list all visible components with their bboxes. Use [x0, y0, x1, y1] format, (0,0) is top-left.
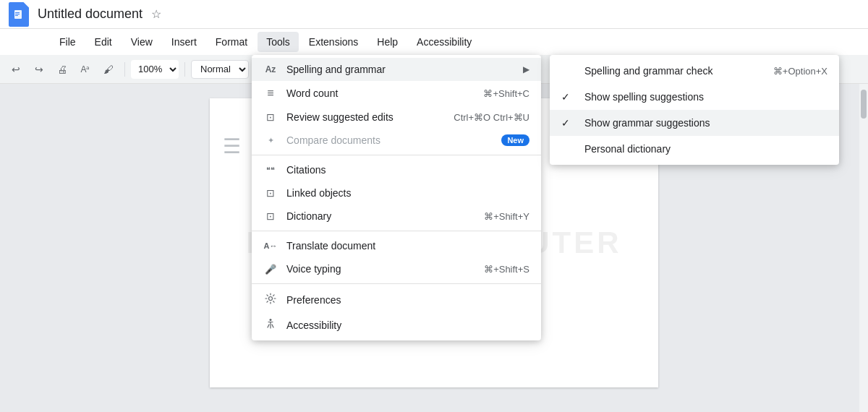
tools-divider-3 — [252, 283, 541, 284]
showspelling-check: ✓ — [561, 91, 576, 103]
star-icon[interactable]: ☆ — [151, 7, 161, 21]
citations-icon: ❝❝ — [263, 166, 278, 175]
paint-format-button[interactable]: 🖌 — [98, 59, 119, 80]
doc-sidebar-icon: ☰ — [223, 134, 241, 158]
spellcheck-button[interactable]: Aᵃ — [75, 59, 95, 80]
submenu-showgrammar[interactable]: ✓ Show grammar suggestions — [550, 110, 839, 136]
menu-item-file[interactable]: File — [51, 32, 85, 52]
menu-item-help[interactable]: Help — [368, 32, 407, 52]
print-button[interactable]: 🖨 — [52, 59, 72, 80]
zoom-selector[interactable]: 100% — [131, 60, 179, 79]
submenu-showspelling[interactable]: ✓ Show spelling suggestions — [550, 84, 839, 110]
redo-button[interactable]: ↪ — [29, 59, 49, 80]
spellingcheck-label: Spelling and grammar check — [584, 65, 765, 77]
submenu-personaldic[interactable]: ✓ Personal dictionary — [550, 136, 839, 162]
tools-menu-dictionary[interactable]: ⊡ Dictionary ⌘+Shift+Y — [252, 205, 541, 228]
review-icon: ⊡ — [263, 111, 278, 123]
tools-menu-spelling[interactable]: Az Spelling and grammar ▶ — [252, 58, 541, 81]
compare-label: Compare documents — [286, 134, 493, 146]
svg-point-5 — [270, 319, 272, 321]
spelling-label: Spelling and grammar — [286, 64, 514, 75]
tools-menu-linkedobj[interactable]: ⊡ Linked objects — [252, 181, 541, 205]
style-selector[interactable]: Normal — [191, 60, 249, 79]
spelling-submenu: ✓ Spelling and grammar check ⌘+Option+X … — [550, 55, 839, 165]
spelling-arrow: ▶ — [523, 64, 529, 74]
wordcount-label: Word count — [286, 87, 475, 99]
linkedobj-icon: ⊡ — [263, 187, 278, 199]
svg-point-4 — [269, 297, 273, 301]
tools-menu-review[interactable]: ⊡ Review suggested edits Ctrl+⌘O Ctrl+⌘U — [252, 106, 541, 129]
personaldic-check: ✓ — [561, 143, 576, 155]
accessibility-icon — [263, 318, 278, 332]
menu-bar: File Edit View Insert Format Tools Exten… — [0, 29, 868, 55]
menu-item-accessibility[interactable]: Accessibility — [408, 32, 480, 52]
toolbar-divider-2 — [184, 62, 185, 77]
dictionary-shortcut: ⌘+Shift+Y — [484, 211, 529, 222]
tools-menu-accessibility[interactable]: Accessibility — [252, 312, 541, 338]
tools-menu: Az Spelling and grammar ▶ ≡ Word count ⌘… — [252, 55, 541, 340]
review-shortcut: Ctrl+⌘O Ctrl+⌘U — [454, 112, 529, 123]
dictionary-label: Dictionary — [286, 210, 475, 222]
svg-rect-2 — [15, 14, 20, 14]
scrollbar-thumb[interactable] — [861, 90, 867, 119]
preferences-icon — [263, 293, 278, 306]
wordcount-shortcut: ⌘+Shift+C — [483, 88, 529, 99]
menu-item-view[interactable]: View — [122, 32, 161, 52]
svg-rect-3 — [15, 15, 18, 16]
showspelling-label: Show spelling suggestions — [584, 91, 827, 103]
menu-item-format[interactable]: Format — [207, 32, 256, 52]
doc-icon — [9, 2, 29, 27]
tools-menu-voicetyping[interactable]: 🎤 Voice typing ⌘+Shift+S — [252, 257, 541, 280]
spellingcheck-check: ✓ — [561, 65, 576, 77]
tools-divider-2 — [252, 231, 541, 231]
doc-icon-svg — [13, 9, 25, 20]
tools-menu-translate[interactable]: A↔ Translate document — [252, 234, 541, 257]
voicetyping-label: Voice typing — [286, 263, 475, 275]
svg-rect-1 — [15, 12, 20, 13]
menu-item-tools[interactable]: Tools — [258, 32, 299, 52]
undo-button[interactable]: ↩ — [6, 59, 26, 80]
tools-menu-citations[interactable]: ❝❝ Citations — [252, 158, 541, 181]
tools-menu-preferences[interactable]: Preferences — [252, 287, 541, 312]
voicetyping-icon: 🎤 — [263, 264, 278, 275]
spellingcheck-shortcut: ⌘+Option+X — [773, 66, 827, 77]
menu-item-insert[interactable]: Insert — [163, 32, 205, 52]
preferences-label: Preferences — [286, 294, 529, 306]
review-label: Review suggested edits — [286, 111, 445, 123]
translate-icon: A↔ — [263, 241, 278, 250]
compare-icon: ✦ — [263, 136, 278, 145]
spelling-icon: Az — [263, 64, 278, 74]
scrollbar[interactable] — [859, 84, 868, 412]
linkedobj-label: Linked objects — [286, 187, 529, 199]
menu-item-extensions[interactable]: Extensions — [300, 32, 367, 52]
personaldic-label: Personal dictionary — [584, 143, 827, 155]
accessibility-label: Accessibility — [286, 319, 529, 331]
citations-label: Citations — [286, 164, 529, 176]
submenu-spellingcheck[interactable]: ✓ Spelling and grammar check ⌘+Option+X — [550, 58, 839, 84]
compare-badge: New — [501, 134, 529, 146]
translate-label: Translate document — [286, 240, 529, 252]
voicetyping-shortcut: ⌘+Shift+S — [484, 264, 529, 275]
tools-menu-wordcount[interactable]: ≡ Word count ⌘+Shift+C — [252, 81, 541, 106]
wordcount-icon: ≡ — [263, 87, 278, 100]
title-bar: Untitled document ☆ — [0, 0, 868, 29]
doc-title: Untitled document — [38, 7, 142, 22]
toolbar-divider-1 — [124, 62, 125, 77]
menu-item-edit[interactable]: Edit — [86, 32, 121, 52]
tools-divider-1 — [252, 155, 541, 155]
dictionary-icon: ⊡ — [263, 210, 278, 222]
tools-menu-compare[interactable]: ✦ Compare documents New — [252, 129, 541, 152]
showgrammar-check: ✓ — [561, 117, 576, 129]
showgrammar-label: Show grammar suggestions — [584, 117, 827, 129]
